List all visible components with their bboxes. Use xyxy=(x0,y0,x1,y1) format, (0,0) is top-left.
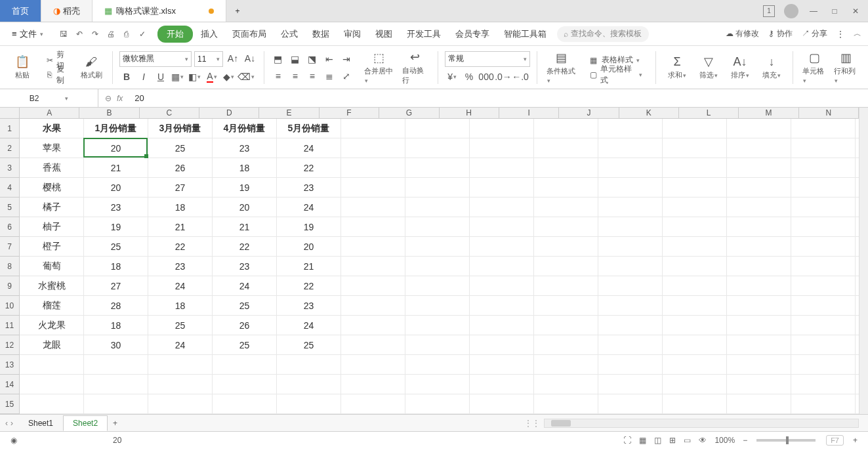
cell[interactable] xyxy=(534,158,598,178)
cell[interactable] xyxy=(791,394,856,414)
cell[interactable]: 橙子 xyxy=(20,237,84,257)
cell[interactable]: 24 xyxy=(277,198,341,217)
row-header[interactable]: 5 xyxy=(0,198,20,217)
qa-icon-5[interactable]: ✓ xyxy=(136,28,148,40)
cell[interactable] xyxy=(791,138,856,158)
cell[interactable] xyxy=(470,198,534,217)
cell[interactable] xyxy=(727,119,791,138)
cell[interactable]: 24 xyxy=(277,138,341,158)
formula-bar[interactable]: 20 xyxy=(129,93,868,103)
cell[interactable] xyxy=(213,375,277,394)
fill-button[interactable]: ↓填充▾ xyxy=(757,49,786,86)
border-icon[interactable]: ▦▾ xyxy=(171,70,185,84)
cell[interactable] xyxy=(598,276,663,296)
cell[interactable]: 24 xyxy=(148,335,213,355)
cell[interactable] xyxy=(341,237,405,257)
cell[interactable]: 18 xyxy=(148,198,213,217)
row-header[interactable]: 14 xyxy=(0,375,20,394)
cell[interactable] xyxy=(598,237,663,257)
cell[interactable] xyxy=(598,394,663,414)
justify-icon[interactable]: ≣ xyxy=(322,69,337,83)
zoom-out-button[interactable]: − xyxy=(743,436,747,445)
cell[interactable] xyxy=(856,138,859,158)
cell[interactable] xyxy=(727,237,791,257)
col-header[interactable]: C xyxy=(140,108,199,119)
cell[interactable] xyxy=(727,375,791,394)
cell[interactable] xyxy=(727,138,791,158)
ribbon-tab-4[interactable]: 数据 xyxy=(306,26,336,43)
cell[interactable] xyxy=(534,138,598,158)
cell[interactable] xyxy=(405,335,470,355)
cell[interactable] xyxy=(727,178,791,198)
cell[interactable] xyxy=(470,237,534,257)
row-header[interactable]: 7 xyxy=(0,237,20,257)
cell[interactable]: 28 xyxy=(84,296,148,316)
cell[interactable]: 24 xyxy=(148,276,213,296)
cell[interactable] xyxy=(663,158,727,178)
collapse-ribbon-icon[interactable]: ︿ xyxy=(854,28,861,39)
cell[interactable] xyxy=(277,355,341,375)
command-search[interactable]: ⌕ 查找命令、搜索模板 xyxy=(557,26,649,42)
user-avatar[interactable] xyxy=(784,4,798,18)
ribbon-tab-7[interactable]: 开发工具 xyxy=(400,26,447,43)
ribbon-tab-0[interactable]: 开始 xyxy=(157,26,193,43)
decrease-decimal-icon[interactable]: ←.0 xyxy=(513,70,527,84)
comma-icon[interactable]: 000 xyxy=(479,70,493,84)
cell[interactable] xyxy=(856,257,859,276)
col-header[interactable]: A xyxy=(20,108,79,119)
bold-icon[interactable]: B xyxy=(119,70,134,84)
cell[interactable]: 19 xyxy=(277,217,341,237)
cell[interactable] xyxy=(534,316,598,335)
cell[interactable] xyxy=(856,158,859,178)
cell[interactable]: 25 xyxy=(148,138,213,158)
col-header[interactable]: B xyxy=(79,108,139,119)
cell[interactable] xyxy=(84,394,148,414)
more-icon[interactable]: ⋮ xyxy=(837,30,844,39)
row-header[interactable]: 11 xyxy=(0,316,20,335)
cell[interactable]: 樱桃 xyxy=(20,178,84,198)
highlight-icon[interactable]: ◆▾ xyxy=(222,70,236,84)
cell[interactable] xyxy=(727,217,791,237)
cell[interactable]: 香蕉 xyxy=(20,158,84,178)
cell[interactable] xyxy=(663,296,727,316)
cell[interactable] xyxy=(663,355,727,375)
cell[interactable]: 20 xyxy=(277,237,341,257)
indent-decrease-icon[interactable]: ⇤ xyxy=(322,52,337,66)
cell[interactable]: 25 xyxy=(213,335,277,355)
cell[interactable] xyxy=(856,198,859,217)
workspace-badge[interactable]: 1 xyxy=(763,5,775,17)
cell[interactable]: 柚子 xyxy=(20,217,84,237)
rows-cols-button[interactable]: ▥行和列▾ xyxy=(831,49,860,86)
cell[interactable] xyxy=(663,119,727,138)
record-macro-icon[interactable]: ◉ xyxy=(10,436,17,445)
cell[interactable] xyxy=(598,296,663,316)
cell[interactable]: 水蜜桃 xyxy=(20,276,84,296)
cell[interactable] xyxy=(148,375,213,394)
cell[interactable] xyxy=(727,276,791,296)
zoom-in-button[interactable]: + xyxy=(853,436,858,445)
cell[interactable]: 21 xyxy=(277,257,341,276)
cell[interactable] xyxy=(534,237,598,257)
cell[interactable]: 25 xyxy=(277,335,341,355)
underline-icon[interactable]: U xyxy=(154,70,168,84)
cell[interactable] xyxy=(341,276,405,296)
cell[interactable] xyxy=(470,375,534,394)
row-header[interactable]: 1 xyxy=(0,119,20,138)
fill-color-icon[interactable]: ◧▾ xyxy=(188,70,202,84)
font-family-combo[interactable]: 微软雅黑▾ xyxy=(119,51,192,67)
cell[interactable]: 23 xyxy=(277,178,341,198)
row-header[interactable]: 13 xyxy=(0,355,20,375)
cell[interactable] xyxy=(405,394,470,414)
cell[interactable]: 20 xyxy=(84,178,148,198)
select-all-corner[interactable] xyxy=(0,108,20,119)
cell[interactable] xyxy=(791,257,856,276)
cell[interactable]: 23 xyxy=(84,198,148,217)
currency-icon[interactable]: ¥▾ xyxy=(445,70,459,84)
cell[interactable] xyxy=(727,316,791,335)
cell[interactable]: 21 xyxy=(148,217,213,237)
cell[interactable] xyxy=(727,394,791,414)
cell[interactable] xyxy=(470,316,534,335)
fullscreen-icon[interactable]: ⛶ xyxy=(623,436,631,445)
cell[interactable] xyxy=(148,355,213,375)
cell[interactable]: 19 xyxy=(84,217,148,237)
